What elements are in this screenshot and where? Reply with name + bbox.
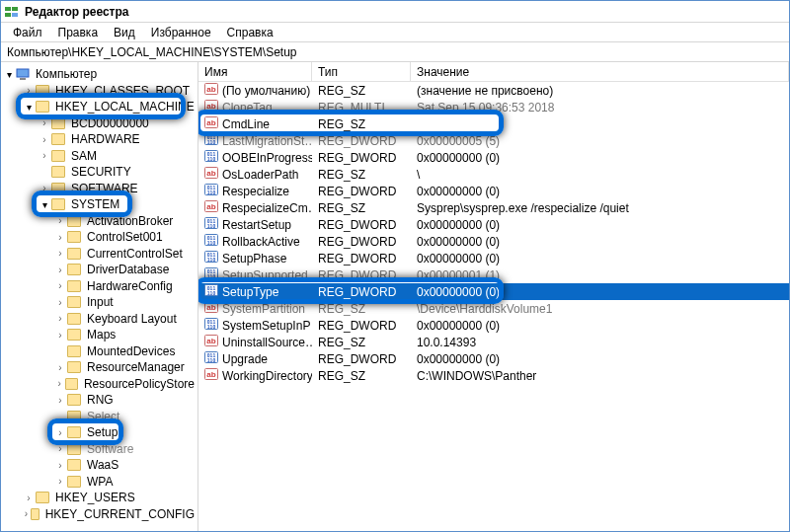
col-header-name[interactable]: Имя <box>198 62 312 81</box>
tree-node-security[interactable]: SECURITY <box>3 164 198 181</box>
tree-node-hkey-local-machine[interactable]: ▾HKEY_LOCAL_MACHINE <box>3 99 198 115</box>
tree-label: RNG <box>84 393 117 407</box>
tree-label: Select <box>84 410 122 423</box>
value-row[interactable]: abSystemPartitionREG_SZ\Device\HarddiskV… <box>198 300 789 317</box>
tree-node-hardwareconfig[interactable]: ›HardwareConfig <box>3 278 198 295</box>
tree-node-select[interactable]: Select <box>3 409 198 425</box>
tree-node-waas[interactable]: ›WaaS <box>3 457 198 474</box>
tree-node-keyboard-layout[interactable]: ›Keyboard Layout <box>3 311 198 328</box>
tree-node-controlset001[interactable]: ›ControlSet001 <box>3 229 198 246</box>
value-type: REG_DWORD <box>312 134 411 148</box>
value-row[interactable]: abOsLoaderPathREG_SZ\ <box>198 166 789 183</box>
tree-node-resourcepolicystore[interactable]: ›ResourcePolicyStore <box>3 376 198 393</box>
value-row[interactable]: abUninstallSource…REG_SZ10.0.14393 <box>198 334 789 350</box>
tree-node-bcd00000000[interactable]: ›BCD00000000 <box>3 115 198 132</box>
tree-node-maps[interactable]: ›Maps <box>3 327 198 343</box>
tree-node-setup[interactable]: ›Setup <box>3 424 198 441</box>
tree-node-input[interactable]: ›Input <box>3 294 198 311</box>
value-data: 0x00000000 (0) <box>411 252 789 266</box>
value-row[interactable]: 011110SystemSetupInP…REG_DWORD0x00000000… <box>198 317 789 334</box>
value-row[interactable]: 011110UpgradeREG_DWORD0x00000000 (0) <box>198 350 789 367</box>
value-row[interactable]: ab(По умолчанию)REG_SZ(значение не присв… <box>198 82 789 99</box>
expander-icon[interactable]: › <box>54 395 66 406</box>
tree-node-hardware[interactable]: ›HARDWARE <box>3 131 198 148</box>
value-row[interactable]: abCmdLineREG_SZ <box>198 115 789 132</box>
expander-icon[interactable]: ▾ <box>23 102 35 113</box>
expander-icon[interactable]: › <box>39 183 50 193</box>
expander-icon[interactable]: › <box>54 248 66 259</box>
expander-icon[interactable]: › <box>54 215 66 226</box>
tree-label: HKEY_CURRENT_CONFIG <box>42 507 198 521</box>
expander-icon[interactable]: › <box>54 427 66 438</box>
tree-node-currentcontrolset[interactable]: ›CurrentControlSet <box>3 246 198 263</box>
tree-node-hkey-classes-root[interactable]: ›HKEY_CLASSES_ROOT <box>3 83 198 100</box>
expander-icon[interactable]: ▾ <box>3 69 15 80</box>
expander-icon[interactable]: › <box>23 85 35 96</box>
tree-label: Software <box>84 442 136 456</box>
value-row[interactable]: 011110RestartSetupREG_DWORD0x00000000 (0… <box>198 216 789 233</box>
value-row[interactable]: 011110SetupPhaseREG_DWORD0x00000000 (0) <box>198 250 789 266</box>
expander-icon[interactable]: › <box>54 297 66 308</box>
value-row[interactable]: 011110SetupTypeREG_DWORD0x00000000 (0) <box>198 283 789 300</box>
value-type: REG_DWORD <box>312 218 411 232</box>
expander-icon[interactable]: › <box>23 508 30 519</box>
expander-icon[interactable]: › <box>54 313 66 324</box>
tree-node-activationbroker[interactable]: ›ActivationBroker <box>3 213 198 230</box>
value-row[interactable]: 011110OOBEInProgressREG_DWORD0x00000000 … <box>198 149 789 166</box>
expander-icon[interactable]: › <box>54 280 66 291</box>
path-bar[interactable]: Компьютер\HKEY_LOCAL_MACHINE\SYSTEM\Setu… <box>1 42 789 62</box>
tree-node-hkey-users[interactable]: ›HKEY_USERS <box>3 490 198 506</box>
value-name: UninstallSource… <box>222 336 312 349</box>
tree-pane[interactable]: ▾Компьютер›HKEY_CLASSES_ROOT▾HKEY_LOCAL_… <box>1 62 198 531</box>
expander-icon[interactable]: › <box>54 378 64 389</box>
expander-icon[interactable]: › <box>39 134 50 145</box>
tree-node-root[interactable]: ▾Компьютер <box>3 66 198 83</box>
expander-icon[interactable]: › <box>39 117 50 128</box>
tree-node-software[interactable]: ›Software <box>3 441 198 458</box>
folder-icon <box>36 492 49 503</box>
tree-node-driverdatabase[interactable]: ›DriverDatabase <box>3 262 198 278</box>
value-name: SetupPhase <box>222 252 286 266</box>
tree-node-sam[interactable]: ›SAM <box>3 148 198 165</box>
expander-icon[interactable]: › <box>54 232 66 243</box>
value-row[interactable]: abRespecializeCm…REG_SZSysprep\sysprep.e… <box>198 199 789 216</box>
expander-icon[interactable]: › <box>54 476 66 487</box>
value-row[interactable]: 011110SetupSupportedREG_DWORD0x00000001 … <box>198 266 789 283</box>
tree-node-wpa[interactable]: ›WPA <box>3 474 198 491</box>
value-row[interactable]: abCloneTagREG_MULTI_SZSat Sep 15 09:36:5… <box>198 99 789 115</box>
menu-item-избранное[interactable]: Избранное <box>143 25 219 40</box>
value-row[interactable]: 011110LastMigrationSt…REG_DWORD0x0000000… <box>198 132 789 149</box>
tree-node-mounteddevices[interactable]: MountedDevices <box>3 343 198 360</box>
tree-node-rng[interactable]: ›RNG <box>3 392 198 409</box>
value-name: RespecializeCm… <box>222 201 312 215</box>
value-row[interactable]: 011110RollbackActiveREG_DWORD0x00000000 … <box>198 233 789 250</box>
tree-node-hkey-current-config[interactable]: ›HKEY_CURRENT_CONFIG <box>3 506 198 523</box>
computer-icon <box>16 68 30 80</box>
list-pane[interactable]: Имя Тип Значение ab(По умолчанию)REG_SZ(… <box>198 62 789 531</box>
tree-label: HKEY_USERS <box>52 491 138 504</box>
menu-item-справка[interactable]: Справка <box>219 25 281 40</box>
value-data: 0x00000005 (5) <box>411 134 789 148</box>
expander-icon[interactable]: › <box>54 330 66 341</box>
menu-item-файл[interactable]: Файл <box>5 25 50 40</box>
col-header-value[interactable]: Значение <box>411 62 789 81</box>
expander-icon[interactable]: › <box>54 362 66 373</box>
tree-label: WPA <box>84 475 116 489</box>
expander-icon[interactable]: › <box>39 150 50 161</box>
expander-icon[interactable]: › <box>54 265 66 275</box>
value-row[interactable]: abWorkingDirectoryREG_SZC:\WINDOWS\Panth… <box>198 367 789 384</box>
expander-icon[interactable]: ▾ <box>39 199 50 210</box>
expander-icon[interactable]: › <box>54 443 66 454</box>
tree-node-system[interactable]: ▾SYSTEM <box>3 196 198 213</box>
col-header-type[interactable]: Тип <box>312 62 411 81</box>
folder-icon <box>67 345 81 357</box>
menu-item-вид[interactable]: Вид <box>106 25 143 40</box>
folder-icon <box>67 361 81 373</box>
menu-item-правка[interactable]: Правка <box>50 25 107 40</box>
tree-node-software[interactable]: ›SOFTWARE <box>3 181 198 197</box>
value-name: Respecialize <box>222 185 289 198</box>
expander-icon[interactable]: › <box>23 493 35 503</box>
value-row[interactable]: 011110RespecializeREG_DWORD0x00000000 (0… <box>198 183 789 199</box>
tree-node-resourcemanager[interactable]: ›ResourceManager <box>3 359 198 376</box>
expander-icon[interactable]: › <box>54 460 66 471</box>
